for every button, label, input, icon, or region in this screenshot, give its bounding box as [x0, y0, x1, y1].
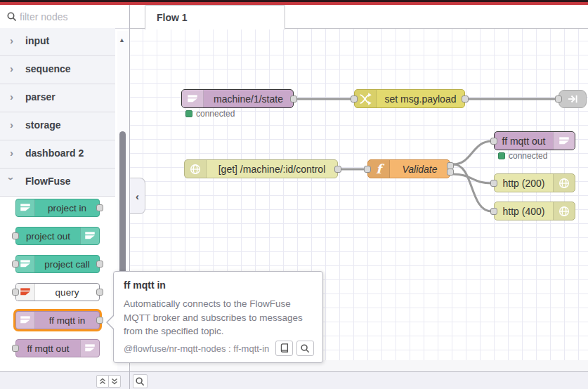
input-port[interactable] — [490, 208, 497, 215]
node-http-response-200[interactable]: http (200) — [494, 173, 575, 192]
search-flows-button[interactable] — [133, 374, 148, 388]
input-port[interactable] — [490, 138, 497, 145]
flow-tab-bar: Flow 1 — [130, 5, 588, 29]
tooltip-title: ff mqtt in — [124, 279, 313, 291]
chevron-double-up-icon — [98, 377, 107, 385]
category-parser[interactable]: › parser — [0, 84, 115, 112]
node-red-window: › input › sequence › parser › storage › … — [0, 0, 588, 389]
flowfuse-icon — [16, 199, 35, 216]
find-node-button[interactable] — [296, 341, 314, 356]
palette-node-query[interactable]: query — [15, 283, 100, 301]
palette-node-project-out[interactable]: project out — [15, 227, 100, 245]
node-info-tooltip: ff mqtt in Automatically connects to the… — [113, 271, 323, 363]
chevron-down-icon: › — [6, 177, 18, 180]
category-sequence[interactable]: › sequence — [0, 56, 115, 84]
globe-icon — [553, 202, 575, 220]
node-change-set-msg-payload[interactable]: set msg.payload — [354, 89, 465, 108]
book-icon — [280, 343, 289, 354]
chevron-right-icon: › — [10, 119, 13, 131]
category-dashboard-2[interactable]: › dashboard 2 — [0, 140, 115, 169]
change-icon — [355, 90, 377, 107]
input-port[interactable] — [364, 166, 371, 173]
input-port[interactable] — [351, 95, 358, 103]
footer-bar — [0, 371, 588, 389]
input-port[interactable] — [555, 95, 562, 103]
flowfuse-icon — [80, 228, 99, 244]
category-input[interactable]: › input — [0, 28, 115, 56]
tab-flow-1[interactable]: Flow 1 — [145, 5, 285, 29]
node-link-out[interactable] — [558, 90, 587, 108]
output-port[interactable] — [96, 204, 103, 211]
flowfuse-icon — [80, 340, 99, 357]
output-port[interactable] — [334, 166, 341, 173]
input-port[interactable] — [12, 345, 19, 352]
chevron-right-icon: › — [10, 91, 13, 103]
output-port-2[interactable] — [447, 169, 454, 176]
globe-icon — [553, 174, 575, 192]
node-function-validate[interactable]: f Validate — [367, 159, 450, 178]
node-status: connected — [498, 151, 547, 161]
link-out-arrow-icon — [566, 93, 579, 105]
node-ff-mqtt-out[interactable]: ff mqtt out — [494, 131, 575, 150]
input-port[interactable] — [490, 180, 497, 187]
palette-node-ff-mqtt-in[interactable]: ff mqtt in — [15, 311, 100, 329]
input-port[interactable] — [12, 261, 19, 268]
flowfuse-icon — [553, 132, 575, 150]
palette-node-ff-mqtt-out[interactable]: ff mqtt out — [15, 339, 100, 357]
status-dot-icon — [185, 110, 192, 117]
globe-icon — [185, 160, 207, 178]
chevron-right-icon: › — [10, 62, 13, 74]
output-port[interactable] — [290, 95, 297, 103]
chevron-double-down-icon — [110, 377, 119, 385]
scroll-up-icon[interactable]: ▲ — [119, 37, 125, 44]
category-storage[interactable]: › storage — [0, 112, 115, 140]
input-port[interactable] — [12, 289, 19, 296]
search-input[interactable] — [18, 8, 126, 26]
status-dot-icon — [498, 152, 505, 159]
tooltip-description: Automatically connects to the FlowFuse M… — [124, 297, 313, 338]
function-icon: f — [368, 160, 390, 178]
node-ff-mqtt-in-machine-state[interactable]: machine/1/state — [181, 89, 294, 108]
flowfuse-icon — [16, 312, 35, 329]
magnifier-icon — [135, 376, 145, 387]
expand-all-button[interactable] — [108, 375, 121, 388]
output-port[interactable] — [462, 95, 469, 103]
node-status: connected — [185, 109, 235, 119]
palette-search — [0, 5, 129, 29]
flowfuse-icon — [16, 256, 35, 272]
node-http-response-400[interactable]: http (400) — [494, 202, 575, 220]
chevron-right-icon: › — [10, 34, 13, 46]
node-http-in-get-machine-control[interactable]: [get] /machine/:id/control — [184, 159, 338, 178]
output-port[interactable] — [96, 317, 103, 324]
search-icon — [6, 11, 16, 21]
palette-node-project-call[interactable]: project call — [15, 255, 100, 273]
input-port[interactable] — [12, 232, 19, 239]
magnifier-icon — [300, 343, 311, 354]
flowfuse-icon — [16, 284, 35, 301]
docs-button[interactable] — [275, 341, 293, 356]
chevron-left-icon: ‹ — [136, 190, 139, 202]
chevron-right-icon: › — [10, 147, 13, 159]
palette-node-project-in[interactable]: project in — [15, 199, 100, 217]
category-flowfuse[interactable]: › FlowFuse — [0, 169, 115, 197]
collapse-all-button[interactable] — [96, 375, 109, 388]
palette-collapse-handle[interactable]: ‹ — [130, 178, 145, 214]
tooltip-module: @flowfuse/nr-mqtt-nodes : ff-mqtt-in — [124, 343, 272, 354]
output-port[interactable] — [96, 289, 103, 296]
flowfuse-icon — [182, 90, 204, 107]
output-port[interactable] — [96, 261, 103, 268]
